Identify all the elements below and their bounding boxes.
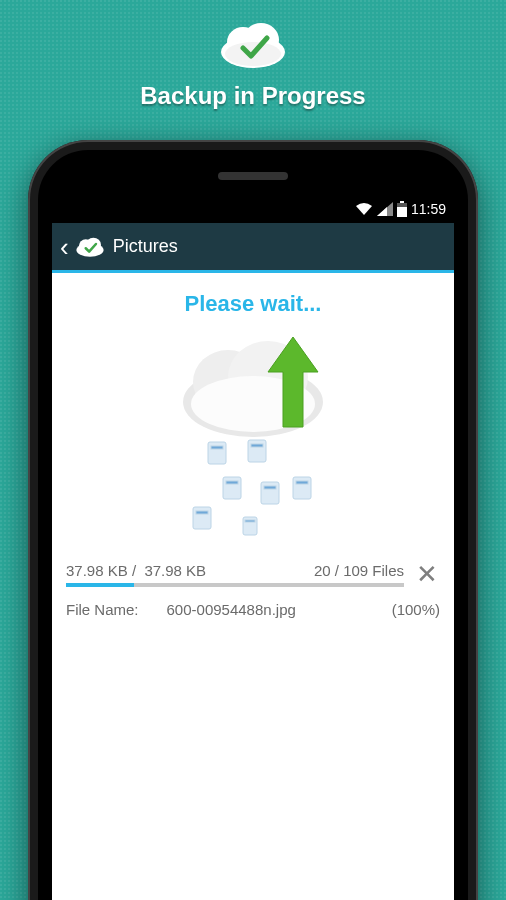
cloud-upload-icon — [183, 337, 323, 437]
svg-rect-20 — [261, 482, 279, 504]
svg-rect-15 — [211, 446, 223, 449]
promo-header: Backup in Progress — [0, 0, 506, 120]
close-icon: ✕ — [416, 559, 438, 589]
svg-rect-6 — [397, 207, 407, 217]
svg-rect-22 — [293, 477, 311, 499]
cloud-check-small-icon — [73, 236, 107, 258]
svg-rect-14 — [208, 442, 226, 464]
svg-rect-16 — [248, 440, 266, 462]
size-progress: 37.98 KB / 37.98 KB — [66, 562, 206, 579]
phone-speaker — [218, 172, 288, 180]
progress-bar — [66, 583, 404, 587]
file-icon — [248, 440, 266, 462]
file-icon — [193, 507, 211, 529]
svg-rect-24 — [193, 507, 211, 529]
svg-rect-21 — [264, 486, 276, 489]
status-time: 11:59 — [411, 201, 446, 217]
chevron-left-icon: ‹ — [60, 234, 69, 260]
file-percent: (100%) — [392, 601, 440, 618]
cloud-check-icon — [213, 20, 293, 74]
progress-meta: 37.98 KB / 37.98 KB 20 / 109 Files — [66, 562, 404, 587]
appbar-title: Pictures — [113, 236, 178, 257]
file-icon — [261, 482, 279, 504]
file-icon — [293, 477, 311, 499]
file-icon — [208, 442, 226, 464]
promo-title: Backup in Progress — [0, 82, 506, 110]
svg-rect-27 — [245, 520, 255, 522]
back-button[interactable]: ‹ — [60, 234, 107, 260]
file-count-progress: 20 / 109 Files — [314, 562, 404, 579]
file-name-label: File Name: — [66, 601, 139, 618]
main-content: Please wait... — [52, 273, 454, 636]
current-file-row: File Name: 600-00954488n.jpg (100%) — [66, 601, 440, 618]
svg-rect-4 — [400, 201, 404, 203]
signal-icon — [377, 202, 393, 216]
wifi-icon — [355, 202, 373, 216]
svg-rect-19 — [226, 481, 238, 484]
please-wait-label: Please wait... — [66, 291, 440, 317]
file-icon — [243, 517, 257, 535]
svg-rect-25 — [196, 511, 208, 514]
progress-fill — [66, 583, 134, 587]
phone-screen: 11:59 ‹ Pictures Please wait... — [52, 195, 454, 900]
file-icon — [223, 477, 241, 499]
svg-rect-23 — [296, 481, 308, 484]
upload-illustration — [66, 327, 440, 557]
status-bar: 11:59 — [52, 195, 454, 223]
svg-rect-18 — [223, 477, 241, 499]
battery-icon — [397, 201, 407, 217]
file-name-value: 600-00954488n.jpg — [149, 601, 382, 618]
svg-rect-17 — [251, 444, 263, 447]
app-bar: ‹ Pictures — [52, 223, 454, 273]
cancel-button[interactable]: ✕ — [414, 561, 440, 587]
phone-frame: 11:59 ‹ Pictures Please wait... — [28, 140, 478, 900]
